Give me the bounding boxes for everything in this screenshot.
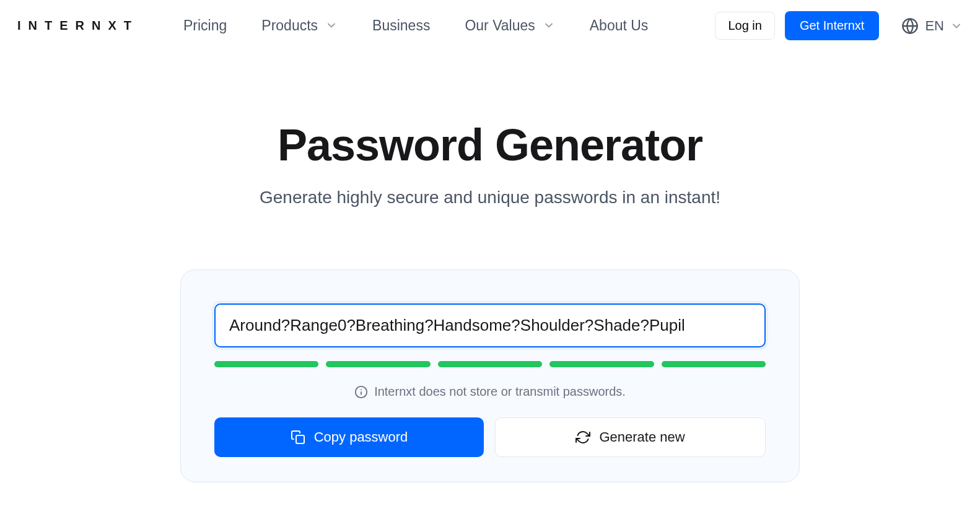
- nav-our-values-label: Our Values: [465, 17, 535, 35]
- refresh-icon: [575, 430, 590, 445]
- info-icon: [354, 385, 368, 399]
- page-subtitle: Generate highly secure and unique passwo…: [12, 188, 968, 207]
- generate-button-label: Generate new: [599, 429, 685, 445]
- generator-card: Internxt does not store or transmit pass…: [180, 269, 800, 482]
- language-label: EN: [925, 18, 944, 34]
- page-title: Password Generator: [12, 120, 968, 170]
- nav-pricing[interactable]: Pricing: [183, 17, 227, 35]
- strength-bar-2: [326, 361, 430, 367]
- copy-password-button[interactable]: Copy password: [214, 417, 484, 457]
- strength-bar-3: [438, 361, 542, 367]
- nav-business-label: Business: [372, 17, 430, 35]
- nav-about-us[interactable]: About Us: [590, 17, 649, 35]
- nav-products-label: Products: [261, 17, 318, 35]
- chevron-down-icon: [543, 19, 555, 32]
- login-button[interactable]: Log in: [715, 12, 775, 40]
- chevron-down-icon: [325, 19, 338, 32]
- logo[interactable]: INTERNXT: [17, 19, 139, 33]
- main-nav: Pricing Products Business Our Values Abo…: [183, 17, 695, 35]
- generate-new-button[interactable]: Generate new: [495, 417, 766, 457]
- language-selector[interactable]: EN: [901, 17, 963, 35]
- nav-our-values[interactable]: Our Values: [465, 17, 554, 35]
- strength-bar-5: [662, 361, 766, 367]
- card-actions: Copy password Generate new: [214, 417, 766, 457]
- header: INTERNXT Pricing Products Business Our V…: [0, 0, 980, 51]
- nav-about-us-label: About Us: [590, 17, 649, 35]
- get-internxt-button[interactable]: Get Internxt: [785, 11, 880, 40]
- disclaimer: Internxt does not store or transmit pass…: [214, 385, 766, 399]
- nav-products[interactable]: Products: [261, 17, 338, 35]
- strength-meter: [214, 361, 766, 367]
- chevron-down-icon: [950, 20, 963, 32]
- disclaimer-text: Internxt does not store or transmit pass…: [374, 385, 626, 399]
- main-content: Password Generator Generate highly secur…: [0, 51, 980, 507]
- nav-business[interactable]: Business: [372, 17, 430, 35]
- svg-rect-5: [296, 435, 304, 443]
- copy-button-label: Copy password: [314, 429, 408, 445]
- nav-pricing-label: Pricing: [183, 17, 227, 35]
- header-actions: Log in Get Internxt EN: [715, 11, 963, 40]
- strength-bar-1: [214, 361, 318, 367]
- globe-icon: [901, 17, 919, 35]
- copy-icon: [291, 430, 305, 445]
- strength-bar-4: [549, 361, 654, 367]
- password-input[interactable]: [214, 303, 766, 347]
